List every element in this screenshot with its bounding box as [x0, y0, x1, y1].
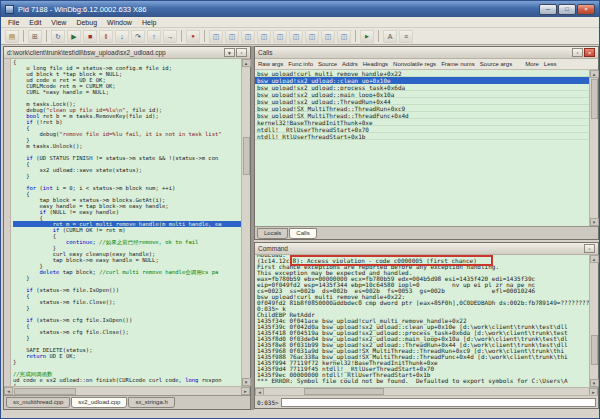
calls-option-nonvolatile-regs[interactable]: Nonvolatile regs [393, 61, 436, 67]
toolbar-separator [23, 30, 24, 42]
run-to-cursor-button[interactable]: → [163, 30, 177, 43]
command-horizontal-scrollbar[interactable]: ◄ ► [255, 387, 598, 395]
menu-window[interactable]: Window [102, 19, 137, 26]
copy-button[interactable]: ⊞ [28, 30, 42, 43]
dock-icon[interactable]: ▾ [224, 48, 235, 57]
calls-window-button[interactable]: ◫ [289, 30, 303, 43]
calls-window-title: Calls [258, 49, 272, 56]
calls-option-addrs[interactable]: Addrs [342, 61, 358, 67]
break-button[interactable]: ‖ [99, 30, 113, 43]
scroll-left-icon[interactable]: ◄ [4, 387, 13, 395]
calls-option-more[interactable]: More [525, 61, 539, 67]
insert-breakpoint-button[interactable]: ● [186, 30, 200, 43]
locals-calls-tabstrip: LocalsCalls [255, 226, 598, 239]
tab-sx-multithread-cpp[interactable]: sx_multithread.cpp [6, 397, 70, 408]
command-window: Command ▫ ModLoad:(1c14.12c8): Access vi… [254, 242, 599, 409]
calls-option-headings[interactable]: Headings [363, 61, 388, 67]
call-stack-list[interactable]: bsw_upload!curl_multi_remove_handle+0x22… [255, 70, 598, 226]
scroll-up-icon[interactable]: ▲ [242, 59, 251, 67]
minimize-button[interactable]: ─ [539, 4, 557, 15]
command-window-button[interactable]: ◫ [209, 30, 223, 43]
scroll-down-icon[interactable]: ▼ [590, 379, 599, 387]
disassembly-window-button[interactable]: ◫ [305, 30, 319, 43]
float-icon[interactable]: ▫ [236, 48, 247, 57]
call-stack-frame[interactable]: bsw_upload!sx2_udload::process_task+0x6d… [255, 84, 598, 91]
float-icon[interactable]: ▫ [584, 244, 595, 253]
menu-edit[interactable]: Edit [24, 19, 46, 26]
scroll-thumb[interactable] [591, 79, 598, 119]
font-button[interactable]: A [383, 30, 397, 43]
source-line[interactable]: debug("remove file_id=%lu fail, it is no… [13, 131, 241, 137]
calls-option-source[interactable]: Source [318, 61, 337, 67]
memory-window-button[interactable]: ◫ [273, 30, 287, 43]
step-into-button[interactable]: ↓ [115, 30, 129, 43]
source-code[interactable]: { u_long file_id = status->m_config.m_fi… [13, 59, 241, 386]
call-stack-frame[interactable]: bsw_upload!curl_multi_remove_handle+0x22 [255, 70, 598, 77]
scroll-down-icon[interactable]: ▼ [590, 218, 599, 226]
step-out-button[interactable]: ↑ [147, 30, 161, 43]
call-stack-frame[interactable]: bsw_upload!sx2_udload::main_loop+0x10a [255, 91, 598, 98]
command-vertical-scrollbar[interactable]: ▲ ▼ [589, 255, 598, 387]
step-over-button[interactable]: ↷ [131, 30, 145, 43]
calls-option-frame-nums[interactable]: Frame nums [441, 61, 475, 67]
scroll-thumb[interactable] [304, 388, 384, 395]
tab-sx-stringa-h[interactable]: sx_stringa.h [128, 397, 174, 408]
dock-area: d:\work\client\trunk\test\dll\bsw_upload… [1, 45, 599, 418]
source-line[interactable]: delete tap_block; //curl_multi_remove_ha… [13, 269, 241, 275]
calls-option-source-args[interactable]: Source args [480, 61, 512, 67]
source-window: d:\work\client\trunk\test\dll\bsw_upload… [3, 46, 251, 410]
call-stack-frame[interactable]: ntdll!_RtlUserThreadStart+0x1b [255, 133, 598, 140]
source-editor[interactable]: { u_long file_id = status->m_config.m_fi… [4, 59, 250, 386]
menu-file[interactable]: File [3, 19, 24, 26]
menu-view[interactable]: View [46, 19, 71, 26]
source-vertical-scrollbar[interactable]: ▲ ▼ [241, 59, 250, 386]
scroll-up-icon[interactable]: ▲ [590, 70, 599, 78]
scroll-right-icon[interactable]: ► [241, 387, 250, 395]
restart-button[interactable]: ↻ [51, 30, 65, 43]
calls-vertical-scrollbar[interactable]: ▲ ▼ [589, 70, 598, 226]
open-source-file-button[interactable]: ▤ [5, 30, 19, 43]
breakpoint-gutter[interactable] [4, 59, 11, 386]
processes-window-button[interactable]: ◫ [337, 30, 351, 43]
scroll-thumb[interactable] [591, 335, 598, 365]
toolbar-separator [46, 30, 47, 42]
options-button[interactable]: ≡ [399, 30, 413, 43]
close-button[interactable]: × [577, 4, 595, 15]
close-pane-icon[interactable]: × [584, 48, 595, 57]
maximize-button[interactable]: □ [558, 4, 576, 15]
calls-option-less[interactable]: Less [544, 61, 557, 67]
access-violation-highlight: 8): Access violation - code c0000005 (fi… [290, 255, 493, 266]
float-icon[interactable]: ▫ [572, 48, 583, 57]
command-prompt: 0:035> [257, 399, 279, 406]
source-file-path: d:\work\client\trunk\test\dll\bsw_upload… [7, 49, 166, 56]
call-stack-frame[interactable]: bsw_upload!SX_MultiThread::ThreadRun+0xc… [255, 105, 598, 112]
stop-debugging-button[interactable]: ■ [83, 30, 97, 43]
source-mode-button[interactable]: ▶ [360, 30, 374, 43]
menu-debug[interactable]: Debug [71, 19, 102, 26]
command-window-title: Command [258, 245, 288, 252]
go-button[interactable]: ▶ [67, 30, 81, 43]
source-line[interactable]: ud_code_e sx2_udload::on_finish(CURLcode… [13, 377, 241, 383]
calls-option-raw-args[interactable]: Raw args [258, 61, 283, 67]
menu-help[interactable]: Help [137, 19, 161, 26]
tab-locals[interactable]: Locals [257, 228, 288, 239]
registers-window-button[interactable]: ◫ [257, 30, 271, 43]
call-stack-frame[interactable]: bsw_upload!SX_MultiThread::ThreadFunc+0x… [255, 112, 598, 119]
scroll-down-icon[interactable]: ▼ [242, 378, 251, 386]
calls-option-func-info[interactable]: Func info [288, 61, 313, 67]
command-input[interactable] [281, 398, 596, 407]
scroll-thumb[interactable] [14, 388, 76, 395]
call-stack-frame-selected[interactable]: bsw_upload!sx2_udload::clean_up+0x10e [255, 77, 598, 84]
source-horizontal-scrollbar[interactable]: ◄ ► [4, 386, 250, 395]
call-stack-frame[interactable]: bsw_upload!sx2_udload::ThreadRun+0x44 [255, 98, 598, 105]
tab-calls[interactable]: Calls [289, 228, 316, 239]
scroll-up-icon[interactable]: ▲ [590, 255, 599, 263]
call-stack-frame[interactable]: kernel32!BaseThreadInitThunk+0xe [255, 119, 598, 126]
watch-window-button[interactable]: ◫ [225, 30, 239, 43]
locals-window-button[interactable]: ◫ [241, 30, 255, 43]
call-stack-frame[interactable]: ntdll!__RtlUserThreadStart+0x70 [255, 126, 598, 133]
source-line[interactable]: if (UD_STATUS_FINISH != status->m_state … [13, 155, 241, 161]
tab-sx2-udload-cpp[interactable]: sx2_udload.cpp [71, 397, 127, 408]
scratch-pad-window-button[interactable]: ◫ [321, 30, 335, 43]
scroll-thumb[interactable] [243, 137, 250, 175]
